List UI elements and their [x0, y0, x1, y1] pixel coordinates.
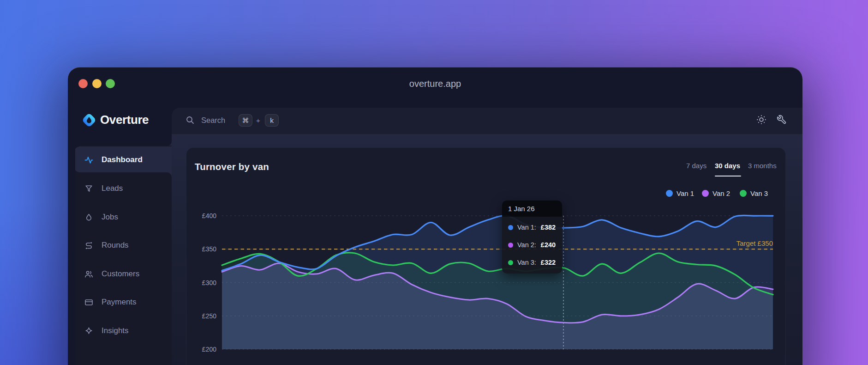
svg-text:Target £350: Target £350	[736, 239, 773, 247]
